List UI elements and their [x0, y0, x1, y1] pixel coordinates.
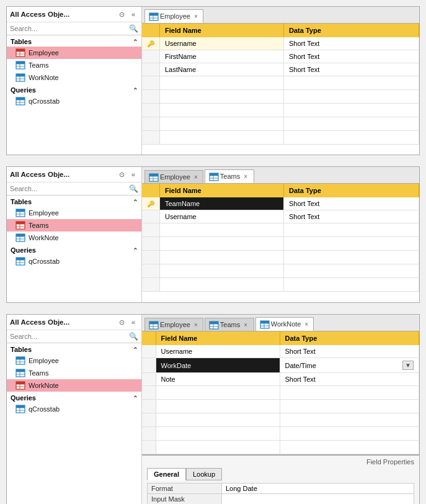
- nav-item-employee[interactable]: Employee: [7, 207, 141, 219]
- sidebar-header: All Access Obje...⊙«: [7, 167, 141, 182]
- section-header-0[interactable]: Tables⌃: [7, 343, 141, 354]
- nav-item-teams[interactable]: Teams: [7, 219, 141, 232]
- tab-bar: Employee×: [142, 7, 419, 24]
- nav-item-label: WorkNote: [29, 234, 59, 241]
- dropdown-arrow-icon[interactable]: ▼: [402, 361, 414, 370]
- tab-teams[interactable]: Teams×: [205, 169, 254, 183]
- table-row[interactable]: LastNameShort Text: [142, 63, 419, 76]
- svg-rect-56: [16, 357, 25, 359]
- svg-rect-61: [16, 369, 25, 372]
- table-row[interactable]: NoteShort Text: [142, 373, 419, 386]
- tab-close-icon[interactable]: ×: [194, 322, 198, 328]
- nav-item-qcrosstab[interactable]: qCrosstab: [7, 255, 141, 268]
- tab-employee[interactable]: Employee×: [144, 9, 203, 23]
- nav-item-employee[interactable]: Employee: [7, 47, 141, 59]
- table-row[interactable]: 🔑TeamNameShort Text: [142, 197, 419, 210]
- field-table: Field NameData Type🔑UsernameShort TextFi…: [142, 24, 419, 145]
- nav-item-qcrosstab[interactable]: qCrosstab: [7, 95, 141, 107]
- table-row[interactable]: UsernameShort Text: [142, 345, 419, 358]
- data-type-cell: Short Text: [284, 50, 419, 63]
- nav-item-teams[interactable]: Teams: [7, 59, 141, 71]
- table-container: Field NameData TypeUsernameShort TextWor…: [142, 331, 419, 454]
- nav-item-qcrosstab[interactable]: qCrosstab: [7, 403, 141, 415]
- search-input[interactable]: [10, 333, 126, 340]
- sidebar-2: All Access Obje...⊙«🔍Tables⌃ Employee Te…: [7, 167, 142, 302]
- col-header-0: Field Name: [160, 184, 284, 197]
- search-input[interactable]: [10, 25, 126, 32]
- empty-row: [142, 104, 419, 117]
- sidebar-collapse-icon[interactable]: «: [128, 317, 138, 327]
- sidebar-circle-icon[interactable]: ⊙: [117, 9, 126, 19]
- property-label: Input Mask: [148, 494, 222, 505]
- svg-rect-46: [149, 174, 158, 176]
- row-indicator: [142, 345, 156, 358]
- row-indicator: [142, 63, 160, 76]
- tab-table-icon: [260, 320, 268, 328]
- section-header-1[interactable]: Queries⌃: [7, 244, 141, 255]
- data-type-cell: Short Text: [284, 210, 419, 223]
- empty-row: [142, 131, 419, 145]
- tab-teams[interactable]: Teams×: [205, 318, 254, 331]
- data-type-cell: Short Text: [284, 197, 419, 210]
- field-name-cell: FirstName: [160, 50, 284, 63]
- section-header-1[interactable]: Queries⌃: [7, 84, 141, 95]
- tab-label: Teams: [220, 321, 240, 328]
- tab-employee[interactable]: Employee×: [144, 318, 203, 331]
- tab-close-icon[interactable]: ×: [304, 321, 308, 328]
- property-value[interactable]: Long Date: [222, 484, 414, 494]
- sidebar-collapse-icon[interactable]: «: [128, 169, 138, 179]
- row-indicator: [142, 210, 160, 223]
- field-name-cell: LastName: [160, 63, 284, 76]
- empty-row: [142, 413, 419, 427]
- empty-row: [142, 90, 419, 104]
- empty-row: [142, 386, 419, 400]
- table-icon: [16, 405, 25, 413]
- sidebar-circle-icon[interactable]: ⊙: [117, 317, 126, 327]
- tab-table-icon: [209, 173, 218, 180]
- sidebar-3: All Access Obje...⊙«🔍Tables⌃ Employee Te…: [7, 315, 142, 504]
- section-header-0[interactable]: Tables⌃: [7, 35, 141, 47]
- svg-rect-31: [16, 222, 25, 224]
- nav-item-worknote[interactable]: WorkNote: [7, 232, 141, 244]
- svg-rect-1: [16, 49, 25, 52]
- search-input[interactable]: [10, 185, 126, 192]
- nav-item-employee[interactable]: Employee: [7, 354, 141, 367]
- sidebar-collapse-icon[interactable]: «: [128, 9, 138, 19]
- table-icon: [16, 209, 25, 217]
- tab-close-icon[interactable]: ×: [194, 174, 198, 181]
- nav-item-label: qCrosstab: [29, 258, 60, 265]
- table-row[interactable]: 🔑UsernameShort Text: [142, 37, 419, 50]
- panel-3: All Access Obje...⊙«🔍Tables⌃ Employee Te…: [6, 314, 420, 504]
- section-header-1[interactable]: Queries⌃: [7, 392, 141, 403]
- section-header-0[interactable]: Tables⌃: [7, 196, 141, 207]
- nav-item-teams[interactable]: Teams: [7, 367, 141, 379]
- section-label: Queries: [11, 86, 36, 94]
- sidebar-circle-icon[interactable]: ⊙: [117, 169, 126, 179]
- tab-label: Employee: [160, 321, 190, 328]
- prop-tab-lookup[interactable]: Lookup: [186, 468, 222, 480]
- tab-close-icon[interactable]: ×: [194, 13, 198, 20]
- section-label: Queries: [11, 246, 36, 254]
- tab-employee[interactable]: Employee×: [144, 170, 203, 183]
- empty-row: [142, 264, 419, 278]
- tab-close-icon[interactable]: ×: [244, 322, 247, 328]
- section-chevron-icon: ⌃: [133, 247, 138, 254]
- property-value[interactable]: [222, 494, 414, 505]
- tab-worknote[interactable]: WorkNote×: [255, 317, 314, 331]
- prop-tab-general[interactable]: General: [147, 468, 186, 480]
- empty-row: [142, 76, 419, 90]
- tab-bar: Employee× Teams× WorkNote×: [142, 315, 419, 331]
- row-indicator: [142, 373, 156, 386]
- nav-item-worknote[interactable]: WorkNote: [7, 71, 141, 84]
- col-header-1: Data Type: [280, 331, 419, 345]
- tab-close-icon[interactable]: ×: [244, 173, 247, 180]
- table-row[interactable]: FirstNameShort Text: [142, 50, 419, 63]
- tab-table-icon: [149, 12, 158, 20]
- nav-item-worknote[interactable]: WorkNote: [7, 379, 141, 392]
- empty-row: [142, 278, 419, 292]
- table-icon: [16, 356, 25, 365]
- table-icon: [16, 233, 25, 242]
- empty-row: [142, 400, 419, 413]
- table-row[interactable]: UsernameShort Text: [142, 210, 419, 223]
- table-row[interactable]: WorkDateDate/Time▼: [142, 358, 419, 373]
